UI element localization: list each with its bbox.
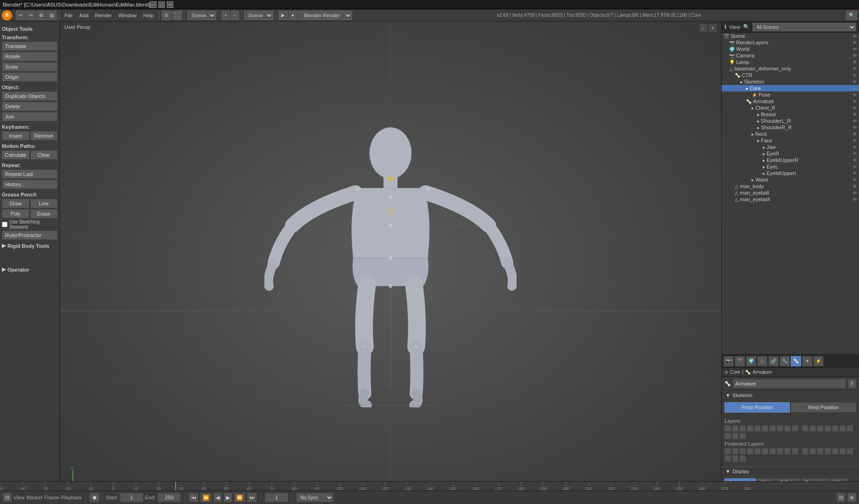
- remove-keyframe-button[interactable]: Remove: [30, 131, 58, 140]
- visibility-icon[interactable]: 👁: [852, 125, 859, 130]
- undo-icon[interactable]: ↩: [16, 11, 25, 20]
- layer-2[interactable]: [732, 425, 738, 432]
- scene-props-icon[interactable]: 🎬: [735, 356, 745, 366]
- visibility-icon[interactable]: 👁: [852, 132, 859, 137]
- visibility-icon[interactable]: 👁: [852, 92, 859, 98]
- visibility-icon[interactable]: 👁: [852, 197, 859, 202]
- visibility-icon[interactable]: 👁: [852, 184, 859, 189]
- join-button[interactable]: Join: [2, 112, 57, 121]
- line-button[interactable]: Line: [30, 199, 58, 208]
- armature-fake-user-btn[interactable]: F: [848, 379, 856, 388]
- scene-select[interactable]: Scene: [244, 11, 273, 20]
- timeline-end-icons[interactable]: ⊟: [837, 493, 845, 502]
- origin-button[interactable]: Origin: [2, 72, 57, 82]
- outliner-item[interactable]: 🎬Scene👁: [722, 33, 859, 39]
- visibility-icon[interactable]: 👁: [852, 47, 859, 52]
- translate-button[interactable]: Translate: [2, 42, 57, 51]
- visibility-icon[interactable]: 👁: [852, 145, 859, 150]
- nav-zoom-out[interactable]: –: [700, 24, 707, 32]
- outliner-item[interactable]: ▸ShoulderL_R👁: [722, 118, 859, 124]
- redo-icon[interactable]: ↪: [26, 11, 35, 20]
- visibility-icon[interactable]: 👁: [852, 40, 859, 45]
- layer-15[interactable]: [832, 425, 838, 432]
- protected-layer-16[interactable]: [839, 448, 846, 455]
- outliner-item[interactable]: ▸Neck👁: [722, 131, 859, 137]
- insert-keyframe-button[interactable]: Insert: [2, 131, 29, 140]
- world-props-icon[interactable]: 🌍: [746, 356, 756, 366]
- modifiers-icon[interactable]: 🔧: [780, 356, 790, 366]
- visibility-icon[interactable]: 👁: [852, 119, 859, 124]
- jump-to-end-btn[interactable]: ⏭: [247, 493, 257, 502]
- outliner-item[interactable]: ▸ShoulderR_R👁: [722, 124, 859, 131]
- viewport[interactable]: User Persp – + X Z Y (1) Core View Selec…: [60, 21, 721, 504]
- outliner-item[interactable]: 🦴CTR👁: [722, 72, 859, 78]
- render-icon[interactable]: ▶: [278, 11, 288, 20]
- protected-layer-4[interactable]: [747, 448, 753, 455]
- outliner-item[interactable]: ▸Core👁: [722, 85, 859, 91]
- outliner-item[interactable]: ▸Face👁: [722, 137, 859, 144]
- visibility-icon[interactable]: 👁: [852, 99, 859, 104]
- protected-layer-13[interactable]: [817, 448, 824, 455]
- visibility-icon[interactable]: 👁: [852, 53, 859, 58]
- sync-mode-select[interactable]: No Sync: [296, 493, 334, 502]
- protected-layer-5[interactable]: [754, 448, 761, 455]
- duplicate-objects-button[interactable]: Duplicate Objects: [2, 91, 57, 101]
- outliner-item[interactable]: ▸EyelidUppert👁: [722, 170, 859, 176]
- viewport-layout-icon[interactable]: ⊟: [162, 11, 171, 20]
- protected-layer-3[interactable]: [739, 448, 746, 455]
- render-engine-icon[interactable]: ●: [289, 11, 297, 20]
- erase-button[interactable]: Erase: [30, 209, 58, 218]
- help-menu[interactable]: Help: [141, 12, 157, 19]
- layer-14[interactable]: [824, 425, 831, 432]
- skeleton-section-header[interactable]: ▼ Skeleton: [722, 391, 859, 399]
- layer-10[interactable]: [792, 425, 798, 432]
- record-btn[interactable]: ⏺: [90, 493, 99, 502]
- outliner-item[interactable]: ▸EyeL👁: [722, 163, 859, 170]
- layer-12[interactable]: [809, 425, 816, 432]
- minimize-button[interactable]: –: [150, 1, 156, 8]
- layer-9[interactable]: [784, 425, 791, 432]
- outliner-item[interactable]: ▸EyelidUpperR👁: [722, 157, 859, 163]
- protected-layer-6[interactable]: [762, 448, 768, 455]
- delete-button[interactable]: Delete: [2, 102, 57, 111]
- protected-layer-2[interactable]: [732, 448, 738, 455]
- add-menu[interactable]: Add: [77, 12, 92, 19]
- ruler-protractor-button[interactable]: Ruler/Protractor: [2, 231, 57, 240]
- outliner-item[interactable]: 🦴Armature👁: [722, 98, 859, 105]
- current-frame-field[interactable]: [265, 493, 288, 502]
- protected-layer-18[interactable]: [724, 455, 731, 462]
- visibility-icon[interactable]: 👁: [852, 177, 859, 182]
- outliner-item[interactable]: 💡Lamp👁: [722, 59, 859, 65]
- armature-name-field[interactable]: [733, 379, 846, 388]
- outliner-item[interactable]: 📷RenderLayers👁: [722, 39, 859, 46]
- protected-layer-9[interactable]: [784, 448, 791, 455]
- outliner-item[interactable]: ⚡Pose👁: [722, 91, 859, 98]
- layer-3[interactable]: [739, 425, 746, 432]
- constraints-icon[interactable]: 🔗: [768, 356, 779, 366]
- visibility-icon[interactable]: 👁: [852, 66, 859, 71]
- scale-button[interactable]: Scale: [2, 62, 57, 71]
- scene-layout-icon[interactable]: ⊞: [36, 11, 46, 20]
- outliner-item[interactable]: ▸Breast👁: [722, 111, 859, 118]
- display-section-header[interactable]: ▼ Display: [722, 467, 859, 476]
- layer-11[interactable]: [802, 425, 809, 432]
- clear-button[interactable]: Clear: [30, 150, 58, 160]
- layer-6[interactable]: [762, 425, 768, 432]
- protected-layer-8[interactable]: [777, 448, 783, 455]
- visibility-icon[interactable]: 👁: [852, 105, 859, 111]
- visibility-icon[interactable]: 👁: [852, 151, 859, 156]
- visibility-icon[interactable]: 👁: [852, 190, 859, 196]
- protected-layer-20[interactable]: [739, 455, 746, 462]
- visibility-icon[interactable]: 👁: [852, 158, 859, 163]
- pose-position-button[interactable]: Pose Position: [724, 402, 790, 413]
- visibility-icon[interactable]: 👁: [852, 60, 859, 65]
- outliner-item[interactable]: ▸Chest_R👁: [722, 105, 859, 111]
- layer-4[interactable]: [747, 425, 753, 432]
- outliner-item[interactable]: ▸EyeR👁: [722, 150, 859, 157]
- repeat-last-button[interactable]: Repeat Last: [2, 169, 57, 179]
- outliner-item[interactable]: ▸Waist👁: [722, 176, 859, 183]
- visibility-icon[interactable]: 👁: [852, 73, 859, 78]
- outliner-item[interactable]: ▸Jaw👁: [722, 144, 859, 150]
- poly-button[interactable]: Poly: [2, 209, 29, 218]
- scenes-dropdown[interactable]: All Scenes: [753, 23, 856, 31]
